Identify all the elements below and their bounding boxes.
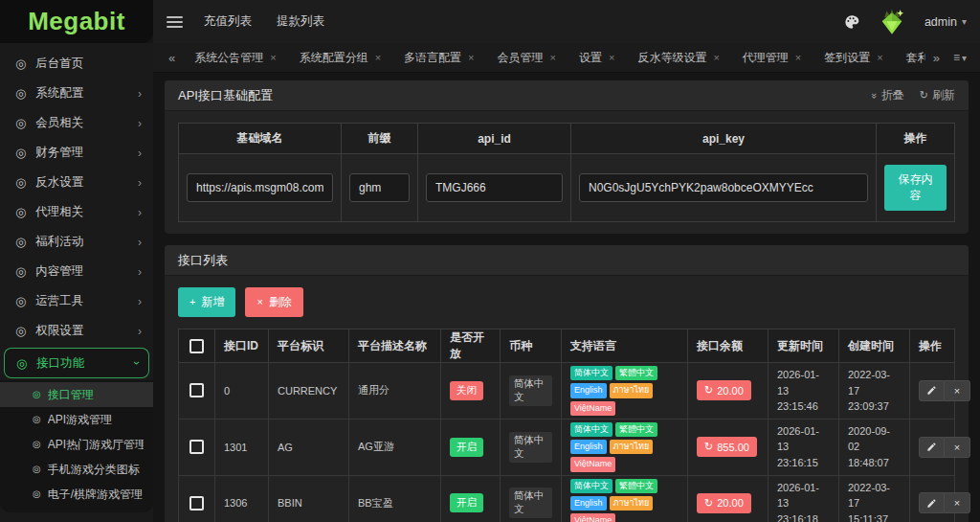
tab-item[interactable]: 系统公告管理× xyxy=(183,43,287,72)
user-menu[interactable]: admin ▾ xyxy=(924,15,967,29)
languages-cell: 简体中文繁體中文EnglishภาษาไทยViệtName xyxy=(562,363,688,420)
tabs-scroll-right-icon[interactable]: » xyxy=(925,51,947,65)
save-button[interactable]: 保存内容 xyxy=(884,165,947,211)
language-badge: ภาษาไทย xyxy=(610,496,654,511)
balance-badge[interactable]: ↻20.00 xyxy=(697,493,751,513)
row-delete-button[interactable]: × xyxy=(945,492,970,513)
updated-time: 23:16:18 xyxy=(777,511,830,522)
tab-item[interactable]: 签到设置× xyxy=(813,43,894,72)
sidebar-subitem[interactable]: ◎电子/棋牌游戏管理 xyxy=(0,482,153,507)
updated-date: 2026-01-13 xyxy=(777,423,830,455)
tab-label: 多语言配置 xyxy=(404,50,461,66)
sidebar-item[interactable]: ◎系统配置› xyxy=(0,79,153,108)
sidebar-item[interactable]: ◎反水设置› xyxy=(0,168,153,197)
edit-button[interactable] xyxy=(919,380,945,401)
sidebar-subitem-label: 手机游戏分类图标 xyxy=(48,462,144,478)
language-badge: 简体中文 xyxy=(570,422,612,437)
avatar-diamond-icon[interactable] xyxy=(877,8,907,36)
balance-badge[interactable]: ↻20.00 xyxy=(697,380,751,400)
config-col-header: api_id xyxy=(418,124,571,154)
column-header: 平台标识 xyxy=(269,329,349,363)
close-icon[interactable]: × xyxy=(375,52,381,63)
close-icon[interactable]: × xyxy=(550,52,556,63)
api-key-input[interactable] xyxy=(579,173,868,202)
row-checkbox[interactable] xyxy=(189,383,204,397)
sidebar-item[interactable]: ◎后台首页 xyxy=(0,49,153,79)
chevron-right-icon: › xyxy=(138,206,142,219)
sidebar-subitem[interactable]: ◎手机游戏分类图标 xyxy=(0,457,153,482)
tab-item[interactable]: 套利查询× xyxy=(895,43,925,72)
palette-icon[interactable] xyxy=(844,14,859,30)
sidebar-item[interactable]: ◎会员相关› xyxy=(0,108,153,138)
tabs-scroll-left-icon[interactable]: « xyxy=(161,51,183,65)
panel-title: API接口基础配置 xyxy=(178,87,273,104)
sidebar-item[interactable]: ◎代理相关› xyxy=(0,197,153,227)
sidebar-item[interactable]: ◎权限设置› xyxy=(0,316,153,346)
edit-button[interactable] xyxy=(919,492,945,513)
config-col-header: 操作 xyxy=(877,124,955,154)
row-delete-button[interactable]: × xyxy=(945,380,970,401)
tabs-menu-button[interactable]: ≡ ▾ xyxy=(947,51,972,64)
circle-icon: ◎ xyxy=(15,147,26,159)
sidebar-subitem[interactable]: ◎API游戏管理 xyxy=(0,407,153,432)
platform-name-cell: 通用分 xyxy=(349,363,441,420)
close-icon[interactable]: × xyxy=(468,52,474,63)
tab-item[interactable]: 反水等级设置× xyxy=(626,43,730,72)
sidebar-subitem[interactable]: ◎API热门游戏厅管理 xyxy=(0,432,153,457)
topbar-nav-item[interactable]: 充值列表 xyxy=(204,13,252,30)
close-icon[interactable]: × xyxy=(270,52,276,63)
row-checkbox[interactable] xyxy=(189,496,204,511)
sidebar-item[interactable]: ◎运营工具› xyxy=(0,286,153,316)
sidebar-item[interactable]: ◎内容管理› xyxy=(0,257,153,286)
delete-button[interactable]: × 删除 xyxy=(245,287,302,317)
username: admin xyxy=(924,15,957,29)
close-icon[interactable]: × xyxy=(795,52,801,63)
balance-value: 855.00 xyxy=(717,442,749,453)
table-row: 1301AGAG亚游开启简体中文简体中文繁體中文EnglishภาษาไทยVi… xyxy=(179,419,955,475)
sidebar-item[interactable]: ◎接口功能› xyxy=(4,348,149,378)
tab-item[interactable]: 多语言配置× xyxy=(392,43,485,72)
close-icon[interactable]: × xyxy=(713,52,719,63)
config-col-header: api_key xyxy=(571,124,877,154)
row-delete-button[interactable]: × xyxy=(945,437,970,458)
sidebar-item[interactable]: ◎日志管理› xyxy=(0,514,153,522)
topbar-nav-item[interactable]: 提款列表 xyxy=(277,13,324,30)
api-config-panel-body: 基础域名 前缀 api_id api_key 操作 保存内容 xyxy=(165,111,969,234)
panel-title: 接口列表 xyxy=(178,252,228,269)
currency-chip: 简体中文 xyxy=(509,432,552,463)
created-date: 2022-03-17 xyxy=(848,480,901,511)
sidebar-subitem-label: API热门游戏厅管理 xyxy=(48,437,144,453)
sidebar-subitem[interactable]: ◎接口管理 xyxy=(0,382,153,407)
column-header: 币种 xyxy=(501,329,562,363)
tab-item[interactable]: 系统配置分组× xyxy=(288,43,392,72)
balance-badge[interactable]: ↻855.00 xyxy=(697,437,757,457)
api-id-input[interactable] xyxy=(426,173,563,202)
operations-cell: × xyxy=(910,363,955,420)
edit-button[interactable] xyxy=(919,437,945,458)
tab-item[interactable]: 代理管理× xyxy=(731,43,813,72)
sidebar-item[interactable]: ◎财务管理› xyxy=(0,138,153,168)
currency-cell: 简体中文 xyxy=(501,363,562,420)
collapse-button[interactable]: » 折叠 xyxy=(872,87,904,103)
created-time-cell: 2020-09-0218:48:07 xyxy=(839,419,910,475)
row-checkbox[interactable] xyxy=(189,440,204,454)
add-button[interactable]: + 新增 xyxy=(178,287,235,317)
tab-item[interactable]: 会员管理× xyxy=(486,43,568,72)
refresh-button[interactable]: ↻ 刷新 xyxy=(920,87,955,103)
balance-value: 20.00 xyxy=(717,385,744,397)
chevron-right-icon: › xyxy=(138,236,142,249)
select-all-checkbox[interactable] xyxy=(189,339,204,353)
currency-chip: 简体中文 xyxy=(509,375,552,406)
tab-bar: « 系统公告管理×系统配置分组×多语言配置×会员管理×设置×反水等级设置×代理管… xyxy=(153,43,980,73)
tab-item[interactable]: 设置× xyxy=(568,43,626,72)
prefix-input[interactable] xyxy=(349,173,410,202)
base-domain-input[interactable] xyxy=(187,173,333,202)
sidebar-item[interactable]: ◎福利活动› xyxy=(0,227,153,257)
hamburger-menu-icon[interactable] xyxy=(167,16,183,28)
chevron-right-icon: › xyxy=(138,325,142,338)
column-header: 支持语言 xyxy=(562,329,688,363)
language-badge: 繁體中文 xyxy=(615,422,657,437)
close-icon[interactable]: × xyxy=(877,52,882,63)
close-icon[interactable]: × xyxy=(609,52,614,63)
refresh-icon: ↻ xyxy=(920,89,928,102)
